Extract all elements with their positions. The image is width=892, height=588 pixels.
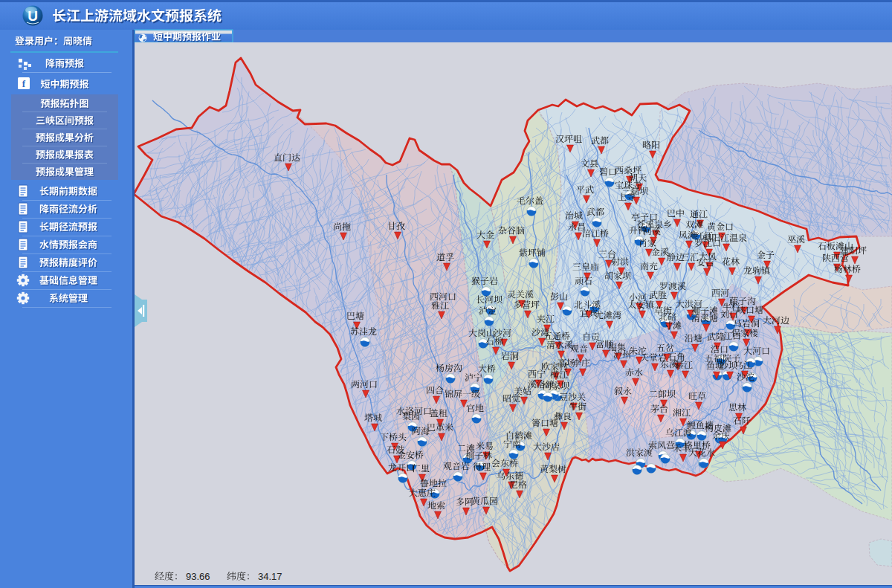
svg-text:U: U	[28, 8, 38, 24]
svg-text:34.17: 34.17	[258, 571, 282, 582]
svg-text:93.66: 93.66	[186, 571, 210, 582]
svg-text:f: f	[22, 78, 26, 89]
